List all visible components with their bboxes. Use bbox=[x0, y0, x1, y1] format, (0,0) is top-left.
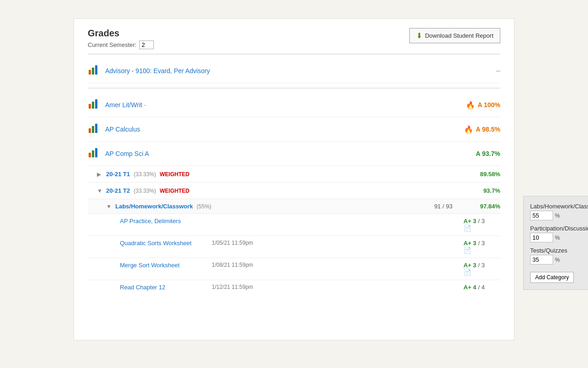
svg-rect-0 bbox=[89, 70, 91, 75]
t1-pct: (33.33%) bbox=[134, 171, 156, 178]
assign-name-merge-sort[interactable]: Merge Sort Worksheet bbox=[120, 262, 212, 269]
assign-name-ap-practice[interactable]: AP Practice, Delimiters bbox=[120, 218, 212, 224]
rp-category-tests: Tests/Quizzes % bbox=[530, 247, 588, 264]
merge-sort-doc-icon[interactable]: 📄 bbox=[464, 269, 471, 276]
assign-grade-ap-practice: A+ 3 / 3 📄 bbox=[464, 218, 500, 232]
quad-sorts-doc-icon[interactable]: 📄 bbox=[464, 247, 471, 254]
svg-rect-1 bbox=[92, 68, 94, 75]
fire-icon-amer-lit: 🔥 bbox=[466, 101, 475, 109]
quad-sorts-slash: / 3 bbox=[478, 240, 485, 247]
svg-rect-8 bbox=[95, 124, 97, 133]
svg-rect-4 bbox=[92, 102, 94, 109]
assign-date-merge-sort: 1/08/21 11:59pm bbox=[212, 262, 276, 268]
course-row-ap-comp[interactable]: AP Comp Sci A A 93.7% bbox=[88, 142, 500, 166]
assign-date-quad-sorts: 1/05/21 11:59pm bbox=[212, 240, 276, 246]
semester-row: Current Semester: bbox=[88, 40, 154, 49]
assign-grade-read-chap: A+ 4 / 4 bbox=[464, 284, 500, 291]
download-icon: ⬇ bbox=[416, 31, 422, 40]
add-category-button[interactable]: Add Category bbox=[530, 272, 574, 283]
merge-sort-slash: / 3 bbox=[478, 262, 485, 269]
term-row-t2[interactable]: ▼ 20-21 T2 (33.33%) WEIGHTED 93.7% bbox=[88, 183, 500, 199]
header-row: Grades Current Semester: ⬇ Download Stud… bbox=[88, 28, 500, 49]
rp-pct-labs: % bbox=[555, 213, 560, 219]
t1-expand-arrow[interactable]: ▶ bbox=[97, 171, 103, 178]
svg-rect-11 bbox=[95, 148, 97, 157]
assign-grade-top-ap-practice: A+ 3 / 3 bbox=[464, 218, 485, 224]
rp-row-labs: % bbox=[530, 211, 588, 220]
t2-name[interactable]: 20-21 T2 bbox=[106, 187, 130, 194]
labs-cat-pct-grade: 97.84% bbox=[480, 203, 500, 210]
read-chap-letter: A+ 4 bbox=[464, 284, 476, 291]
download-btn-label: Download Student Report bbox=[425, 32, 493, 39]
svg-rect-5 bbox=[95, 99, 97, 109]
fire-icon-ap-calc: 🔥 bbox=[464, 125, 473, 134]
rp-input-participation[interactable] bbox=[530, 233, 553, 242]
course-icon-amer-lit bbox=[88, 98, 101, 111]
course-row-ap-calc[interactable]: AP Calculus 🔥 A 98.5% bbox=[88, 117, 500, 142]
assign-name-read-chap[interactable]: Read Chapter 12 bbox=[120, 284, 212, 291]
assign-row-merge-sort: Merge Sort Worksheet 1/08/21 11:59pm A+ … bbox=[88, 258, 500, 280]
semester-input[interactable] bbox=[139, 40, 154, 49]
rp-input-labs[interactable] bbox=[530, 211, 553, 220]
course-name-ap-comp[interactable]: AP Comp Sci A bbox=[105, 150, 476, 157]
svg-rect-10 bbox=[92, 150, 94, 157]
main-panel: Grades Current Semester: ⬇ Download Stud… bbox=[74, 18, 514, 340]
svg-rect-7 bbox=[92, 126, 94, 133]
t2-weighted-badge: WEIGHTED bbox=[160, 188, 190, 194]
header-left: Grades Current Semester: bbox=[88, 28, 154, 49]
assign-grade-quad-sorts: A+ 3 / 3 📄 bbox=[464, 240, 500, 254]
rp-input-tests[interactable] bbox=[530, 255, 553, 264]
svg-rect-2 bbox=[95, 65, 97, 75]
labs-cat-pct: (55%) bbox=[197, 203, 211, 210]
semester-label: Current Semester: bbox=[88, 41, 136, 48]
t1-name[interactable]: 20-21 T1 bbox=[106, 171, 130, 178]
assign-row-quad-sorts: Quadratic Sorts Worksheet 1/05/21 11:59p… bbox=[88, 236, 500, 258]
ap-calc-grade: 🔥 A 98.5% bbox=[464, 125, 500, 134]
download-student-report-button[interactable]: ⬇ Download Student Report bbox=[409, 28, 500, 43]
course-icon-ap-calc bbox=[88, 123, 101, 136]
course-name-advisory[interactable]: Advisory - 9100: Evard, Per Advisory bbox=[105, 67, 492, 75]
course-icon-ap-comp bbox=[88, 147, 101, 160]
rp-pct-participation: % bbox=[555, 235, 560, 241]
assign-grade-top-merge-sort: A+ 3 / 3 bbox=[464, 262, 485, 269]
merge-sort-letter: A+ 3 bbox=[464, 262, 476, 269]
svg-rect-9 bbox=[89, 153, 91, 157]
rp-cat-name-labs: Labs/Homework/Classwork bbox=[530, 203, 588, 210]
t2-pct: (33.33%) bbox=[134, 188, 156, 194]
rp-category-participation: Participation/Discussion % bbox=[530, 225, 588, 242]
course-name-amer-lit[interactable]: Amer Lit/Writ · bbox=[105, 101, 466, 109]
ap-comp-grade-value: A 93.7% bbox=[476, 150, 500, 157]
assign-grade-merge-sort: A+ 3 / 3 📄 bbox=[464, 262, 500, 276]
category-row-labs[interactable]: ▼ Labs/Homework/Classwork (55%) 91 / 93 … bbox=[88, 199, 500, 214]
ap-practice-doc-icon[interactable]: 📄 bbox=[464, 224, 471, 232]
course-row-advisory[interactable]: Advisory - 9100: Evard, Per Advisory – bbox=[88, 59, 500, 83]
rp-row-participation: % bbox=[530, 233, 588, 242]
course-icon-advisory bbox=[88, 64, 101, 77]
assign-grade-top-read-chap: A+ 4 / 4 bbox=[464, 284, 485, 291]
read-chap-slash: / 4 bbox=[478, 284, 485, 291]
t1-grade: 89.58% bbox=[480, 171, 500, 178]
rp-cat-name-tests: Tests/Quizzes bbox=[530, 247, 588, 254]
ap-practice-letter: A+ 3 bbox=[464, 218, 476, 224]
assign-name-quad-sorts[interactable]: Quadratic Sorts Worksheet bbox=[120, 240, 212, 247]
assign-row-ap-practice: AP Practice, Delimiters A+ 3 / 3 📄 bbox=[88, 214, 500, 236]
rp-row-tests: % bbox=[530, 255, 588, 264]
svg-rect-3 bbox=[89, 104, 91, 109]
page-title: Grades bbox=[88, 28, 154, 39]
course-name-ap-calc[interactable]: AP Calculus bbox=[105, 126, 464, 133]
assign-row-read-chap: Read Chapter 12 1/12/21 11:59pm A+ 4 / 4 bbox=[88, 280, 500, 294]
rp-cat-name-participation: Participation/Discussion bbox=[530, 225, 588, 232]
labs-expand-arrow[interactable]: ▼ bbox=[106, 203, 113, 210]
labs-cat-name[interactable]: Labs/Homework/Classwork bbox=[115, 203, 193, 210]
ap-practice-slash: / 3 bbox=[478, 218, 485, 224]
course-row-amer-lit[interactable]: Amer Lit/Writ · 🔥 A 100% bbox=[88, 93, 500, 117]
assign-date-read-chap: 1/12/21 11:59pm bbox=[212, 284, 276, 290]
term-row-t1[interactable]: ▶ 20-21 T1 (33.33%) WEIGHTED 89.58% bbox=[88, 166, 500, 183]
advisory-collapse-icon[interactable]: – bbox=[496, 67, 500, 75]
ap-comp-grade: A 93.7% bbox=[476, 150, 500, 157]
labs-cat-score: 91 / 93 bbox=[434, 203, 452, 210]
rp-pct-tests: % bbox=[555, 257, 560, 263]
t2-expand-arrow[interactable]: ▼ bbox=[97, 188, 103, 194]
rp-category-labs: Labs/Homework/Classwork % bbox=[530, 203, 588, 220]
amer-lit-grade: 🔥 A 100% bbox=[466, 101, 500, 109]
